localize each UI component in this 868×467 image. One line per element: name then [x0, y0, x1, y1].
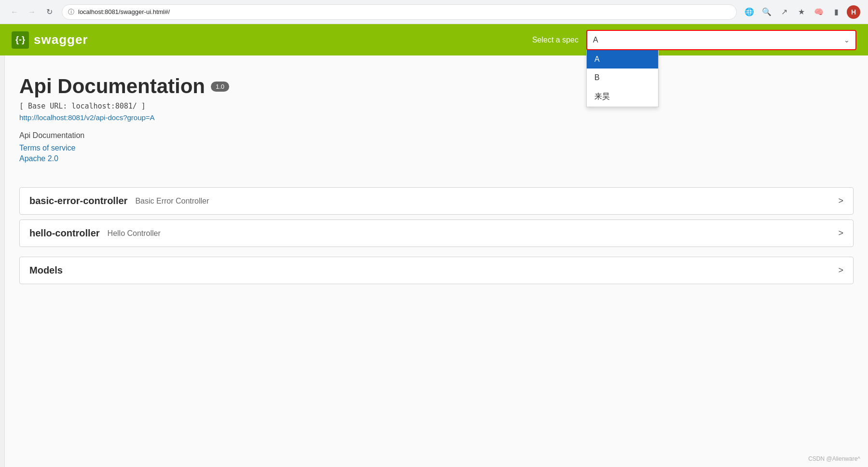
page-layout: Api Documentation 1.0 [ Base URL: localh…	[0, 55, 868, 467]
license-link[interactable]: Apache 2.0	[19, 154, 854, 163]
dropdown-item-a[interactable]: A	[587, 50, 658, 69]
page-footer: CSDN @Alienware^	[808, 455, 860, 462]
main-content: Api Documentation 1.0 [ Base URL: localh…	[5, 55, 868, 467]
reload-button[interactable]: ↻	[42, 5, 56, 19]
profile-button[interactable]: H	[847, 5, 860, 19]
share-button[interactable]: ↗	[777, 5, 791, 19]
swagger-title: swagger	[34, 32, 88, 47]
url-text: localhost:8081/swagger-ui.html#/	[78, 8, 170, 15]
select-spec-label: Select a spec	[532, 36, 579, 44]
basic-error-controller-name: basic-error-controller	[29, 195, 127, 206]
basic-error-controller-item[interactable]: basic-error-controller Basic Error Contr…	[19, 187, 854, 215]
chevron-down-icon: ⌄	[844, 36, 850, 44]
translate-button[interactable]: 🌐	[743, 5, 756, 19]
dropdown-item-b[interactable]: B	[587, 69, 658, 87]
browser-chrome: ← → ↻ ⓘ localhost:8081/swagger-ui.html#/…	[0, 0, 868, 24]
browser-nav: ← → ↻	[8, 5, 56, 19]
basic-error-controller-arrow: >	[838, 196, 843, 206]
hello-controller-item[interactable]: hello-controller Hello Controller >	[19, 220, 854, 247]
api-title-row: Api Documentation 1.0	[19, 75, 854, 98]
spec-select-box[interactable]: A ⌄	[586, 30, 856, 50]
hello-controller-desc: Hello Controller	[108, 229, 161, 238]
sidebar-toggle-button[interactable]: ▮	[829, 5, 843, 19]
api-info-section: Api Documentation 1.0 [ Base URL: localh…	[19, 75, 854, 163]
models-header[interactable]: Models >	[20, 257, 853, 284]
lock-icon: ⓘ	[68, 8, 74, 16]
back-button[interactable]: ←	[8, 5, 21, 19]
version-badge: 1.0	[211, 82, 229, 92]
spec-select-wrapper: A ⌄ A B 来昊	[586, 30, 856, 50]
models-section: Models >	[19, 257, 854, 284]
bookmark-button[interactable]: ★	[795, 5, 808, 19]
api-title: Api Documentation	[19, 75, 205, 98]
controllers-section: basic-error-controller Basic Error Contr…	[19, 187, 854, 247]
address-bar[interactable]: ⓘ localhost:8081/swagger-ui.html#/	[62, 4, 737, 20]
dropdown-item-laihao[interactable]: 来昊	[587, 87, 658, 107]
models-arrow-icon: >	[838, 265, 843, 275]
spec-dropdown: A B 来昊	[586, 50, 659, 107]
models-title: Models	[29, 265, 63, 276]
swagger-logo: {-} swagger	[12, 31, 88, 49]
base-url: [ Base URL: localhost:8081/ ]	[19, 102, 854, 110]
spec-selector: Select a spec A ⌄ A B 来昊	[532, 30, 856, 50]
left-strip	[0, 55, 5, 467]
extensions-button[interactable]: 🧠	[812, 5, 826, 19]
terms-of-service-link[interactable]: Terms of service	[19, 144, 854, 152]
api-docs-link[interactable]: http://localhost:8081/v2/api-docs?group=…	[19, 113, 854, 122]
swagger-icon: {-}	[12, 31, 29, 49]
hello-controller-name: hello-controller	[29, 228, 100, 239]
spec-select-value: A	[593, 36, 844, 44]
forward-button[interactable]: →	[25, 5, 39, 19]
basic-error-controller-desc: Basic Error Controller	[135, 197, 209, 206]
zoom-button[interactable]: 🔍	[760, 5, 773, 19]
swagger-header: {-} swagger Select a spec A ⌄ A B 来昊	[0, 24, 868, 55]
browser-actions: 🌐 🔍 ↗ ★ 🧠 ▮ H	[743, 5, 860, 19]
watermark-text: CSDN @Alienware^	[808, 455, 860, 462]
hello-controller-arrow: >	[838, 228, 843, 238]
api-description: Api Documentation	[19, 131, 854, 140]
